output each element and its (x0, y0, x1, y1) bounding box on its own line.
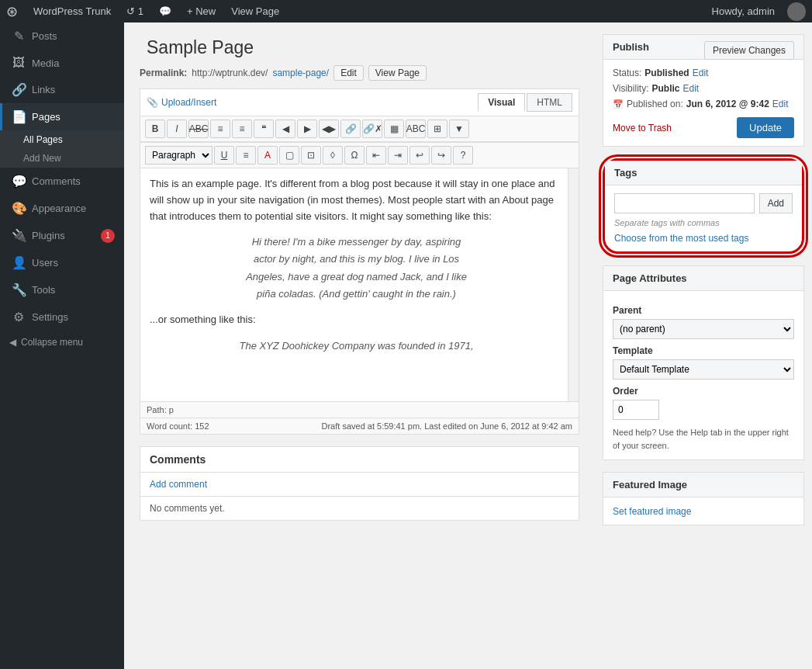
sidebar-item-posts[interactable]: ✎ Posts (0, 23, 124, 50)
set-featured-image-link[interactable]: Set featured image (613, 506, 691, 517)
toolbar-link[interactable]: 🔗 (340, 120, 361, 138)
toolbar-justify[interactable]: ≡ (236, 146, 256, 165)
tags-hint: Separate tags with commas (614, 218, 793, 227)
sidebar-item-links[interactable]: 🔗 Links (0, 76, 124, 103)
toolbar-outdent[interactable]: ⇤ (366, 146, 386, 165)
tab-html[interactable]: HTML (527, 93, 572, 112)
editor-content-area: This is an example page. It's different … (140, 168, 579, 401)
editor-paragraph-1: This is an example page. It's different … (150, 176, 563, 224)
editor-toolbar-row1: B I ABC ≡ ≡ ❝ ◀ ▶ ◀▶ 🔗 🔗✗ ▦ ABC ⊞ ▼ (140, 116, 579, 142)
toolbar-paste-word[interactable]: ⊡ (301, 146, 321, 165)
upload-insert-button[interactable]: 📎 Upload/Insert (147, 97, 216, 108)
move-to-trash-link[interactable]: Move to Trash (613, 123, 672, 133)
adminbar-avatar (787, 2, 806, 21)
toolbar-ul[interactable]: ≡ (210, 120, 230, 138)
users-icon: 👤 (12, 255, 26, 270)
parent-label: Parent (613, 305, 794, 316)
published-on-edit-link[interactable]: Edit (772, 99, 789, 109)
adminbar-howdy[interactable]: Howdy, admin (704, 0, 783, 23)
sidebar-item-plugins[interactable]: 🔌 Plugins 1 (0, 222, 124, 249)
tab-visual[interactable]: Visual (478, 93, 525, 112)
toolbar-paste-text[interactable]: ▢ (279, 146, 299, 165)
page-title-input[interactable] (140, 34, 579, 61)
toolbar-bold[interactable]: B (145, 120, 165, 138)
toolbar-insert-more[interactable]: ▦ (384, 120, 404, 138)
sidebar-item-media[interactable]: 🖼 Media (0, 50, 124, 76)
submenu-add-new[interactable]: Add New (0, 149, 124, 168)
visibility-edit-link[interactable]: Edit (682, 83, 699, 94)
editor-content[interactable]: This is an example page. It's different … (140, 168, 579, 401)
permalink-view-page-button[interactable]: View Page (368, 65, 427, 81)
toolbar-align-right[interactable]: ◀▶ (319, 120, 339, 138)
toolbar-indent[interactable]: ⇥ (388, 146, 408, 165)
permalink-slug[interactable]: sample-page/ (272, 68, 329, 78)
adminbar-refresh[interactable]: ↺ 1 (119, 0, 151, 23)
collapse-menu-button[interactable]: ◀ Collapse menu (0, 331, 124, 354)
add-comment-link[interactable]: Add comment (140, 473, 579, 496)
tags-add-button[interactable]: Add (759, 193, 793, 213)
preview-changes-button[interactable]: Preview Changes (704, 41, 794, 60)
template-select[interactable]: Default Template (613, 359, 794, 380)
update-button[interactable]: Update (737, 117, 794, 138)
word-count: Word count: 152 (147, 421, 209, 431)
wp-logo-icon[interactable]: ⊛ (6, 3, 18, 20)
toolbar-text-color[interactable]: A (257, 146, 278, 165)
sidebar-item-comments[interactable]: 💬 Comments (0, 168, 124, 195)
path-label: Path: (147, 405, 167, 414)
sidebar-item-tools[interactable]: 🔧 Tools (0, 276, 124, 303)
toolbar-undo[interactable]: ↩ (409, 146, 430, 165)
permalink-edit-button[interactable]: Edit (333, 65, 364, 81)
draft-saved-status: Draft saved at 5:59:41 pm. Last edited o… (322, 421, 573, 431)
toolbar-remove-format[interactable]: ◊ (323, 146, 343, 165)
toolbar-underline[interactable]: U (214, 146, 234, 165)
sidebar-item-appearance-label: Appearance (32, 203, 86, 214)
parent-select[interactable]: (no parent) (613, 319, 794, 339)
toolbar-paragraph-select[interactable]: Paragraph (145, 146, 213, 165)
publish-box: Publish Preview Changes Status: Publishe… (603, 34, 804, 147)
toolbar-blockquote[interactable]: ❝ (254, 120, 274, 138)
adminbar-view-page[interactable]: View Page (223, 0, 287, 23)
toolbar-fullscreen[interactable]: ⊞ (427, 120, 447, 138)
adminbar-new-button[interactable]: + New (179, 0, 223, 23)
published-on-label: Published on: (627, 99, 683, 109)
editor-wrap: 📎 Upload/Insert Visual HTML B I ABC ≡ ≡ … (140, 88, 579, 435)
editor-path-bar: Path: p (140, 401, 579, 418)
toolbar-align-center[interactable]: ▶ (297, 120, 317, 138)
status-value: Published (644, 68, 689, 78)
permalink-bar: Permalink: http://wptrunk.dev/sample-pag… (140, 65, 579, 81)
comments-section: Comments Add comment No comments yet. (140, 446, 579, 521)
editor-scrollbar[interactable] (568, 168, 579, 401)
editor-tab-buttons: Visual HTML (478, 93, 572, 112)
tags-input[interactable] (614, 193, 755, 213)
toolbar-strikethrough[interactable]: ABC (188, 120, 209, 138)
no-comments-text: No comments yet. (140, 496, 579, 520)
toolbar-special-char[interactable]: Ω (344, 146, 365, 165)
adminbar-site-name[interactable]: WordPress Trunk (26, 0, 119, 23)
tags-most-used-link[interactable]: Choose from the most used tags (614, 233, 748, 244)
toolbar-unlink[interactable]: 🔗✗ (362, 120, 382, 138)
plugins-badge: 1 (101, 229, 115, 243)
tools-icon: 🔧 (12, 283, 26, 297)
order-input[interactable] (613, 400, 659, 420)
publish-visibility-row: Visibility: Public Edit (613, 83, 794, 94)
submenu-all-pages[interactable]: All Pages (0, 130, 124, 149)
sidebar-item-users[interactable]: 👤 Users (0, 249, 124, 276)
toolbar-align-left[interactable]: ◀ (275, 120, 295, 138)
settings-icon: ⚙ (12, 310, 26, 324)
sidebar-item-settings[interactable]: ⚙ Settings (0, 303, 124, 331)
sidebar-item-pages[interactable]: 📄 Pages (0, 103, 124, 130)
editor-tabs-row: 📎 Upload/Insert Visual HTML (140, 89, 579, 116)
editor-toolbar-row2: Paragraph U ≡ A ▢ ⊡ ◊ Ω ⇤ ⇥ ↩ ↪ ? (140, 142, 579, 168)
status-edit-link[interactable]: Edit (693, 68, 709, 78)
toolbar-show-second-row[interactable]: ▼ (449, 120, 469, 138)
toolbar-italic[interactable]: I (167, 120, 187, 138)
toolbar-help[interactable]: ? (453, 146, 473, 165)
sidebar-item-media-label: Media (32, 57, 59, 69)
adminbar-comments[interactable]: 💬 (151, 0, 179, 23)
sidebar-item-appearance[interactable]: 🎨 Appearance (0, 195, 124, 222)
sidebar-item-links-label: Links (32, 84, 55, 95)
toolbar-ol[interactable]: ≡ (232, 120, 252, 138)
page-attributes-header: Page Attributes (603, 266, 803, 291)
toolbar-spell-check[interactable]: ABC (406, 120, 426, 138)
toolbar-redo[interactable]: ↪ (431, 146, 451, 165)
